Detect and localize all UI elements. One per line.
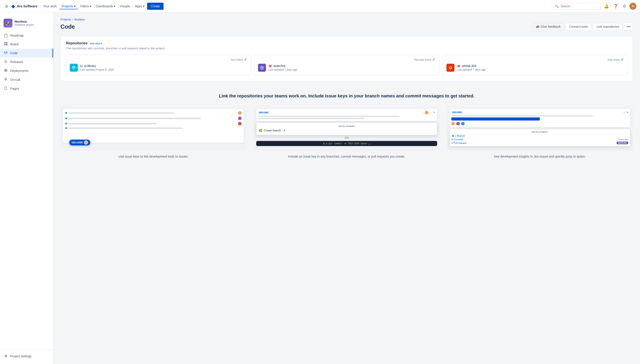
repo-card-ui-library[interactable]: Auto linked 🔗 ⊡ u bbox=[66, 54, 251, 76]
notifications-button[interactable]: 🔔 bbox=[603, 2, 610, 10]
svg-rect-3 bbox=[6, 44, 7, 45]
more-options-button[interactable]: ••• bbox=[624, 23, 633, 30]
repo-card-orbital-303[interactable]: Auto linked 🔗 🐙 bbox=[443, 54, 627, 76]
nav-projects[interactable]: Projects ▾ bbox=[60, 3, 78, 9]
user-avatar[interactable]: A bbox=[629, 3, 636, 10]
breadcrumb: Projects / Nucleus bbox=[60, 18, 633, 21]
issue-id-label: DEV-2095 bbox=[258, 111, 269, 114]
nav-people[interactable]: People bbox=[118, 3, 132, 9]
top-navigation: ⊞ ◆ Jira Software Your work Projects ▾ F… bbox=[0, 0, 640, 12]
nav-your-work[interactable]: Your work bbox=[41, 3, 59, 9]
grid-menu-icon[interactable]: ⊞ bbox=[4, 2, 10, 10]
repositories-card: Repositories see less ▾ The repositories… bbox=[60, 36, 633, 81]
link-icon: 🔗 bbox=[432, 58, 435, 61]
commits-count: 9 Commits bbox=[452, 138, 463, 141]
app-logo[interactable]: ◆ Jira Software bbox=[11, 3, 37, 9]
help-button[interactable]: ❓ bbox=[612, 2, 619, 10]
repo-name: 🐙 orbital-303 bbox=[457, 64, 486, 68]
page-actions: 📣 Give feedback Connect tools Link repos… bbox=[532, 23, 633, 30]
svg-rect-0 bbox=[4, 42, 6, 44]
commits-time: 2 mins ago bbox=[617, 138, 628, 141]
git-command: $ git commit -m "DEV-2095 Updat bbox=[326, 142, 367, 145]
project-info: Nucleus Software project bbox=[15, 20, 34, 26]
promo-card-use-issue-keys: DEV-2095 Use issue keys to link developm… bbox=[60, 106, 247, 159]
breadcrumb-projects[interactable]: Projects bbox=[60, 18, 71, 21]
project-icon: 🚀 bbox=[4, 19, 13, 28]
nav-filters[interactable]: Filters ▾ bbox=[78, 3, 94, 9]
repos-grid: Auto linked 🔗 ⊡ u bbox=[66, 54, 627, 76]
promo-desc-1: Use issue keys to link development tools… bbox=[60, 154, 247, 159]
repo-updated: Last updated 7 days ago bbox=[457, 68, 486, 71]
sidebar-item-label: Roadmap bbox=[10, 34, 24, 37]
repo-info: ⊡ ui-library Last updated August 9, 2020 bbox=[80, 64, 114, 71]
create-button[interactable]: Create bbox=[147, 3, 163, 10]
repo-card-header: Manually linked 🔗 bbox=[258, 58, 435, 61]
promo-card-include-issue-key: DEV-2095 ··· ✕ DEVELOPMENT bbox=[254, 106, 440, 159]
repos-title: Repositories bbox=[66, 41, 88, 45]
repo-icon-orbital bbox=[447, 64, 455, 72]
repo-info: 🐙 orbital-303 Last updated 7 days ago bbox=[457, 64, 486, 71]
sidebar-item-board[interactable]: Board bbox=[0, 40, 53, 48]
sidebar-item-project-settings[interactable]: ⚙ Project settings bbox=[0, 352, 53, 360]
manually-linked-badge: Manually linked 🔗 bbox=[414, 58, 435, 61]
repo-name: ⊡ ui-library bbox=[80, 64, 114, 68]
promo-desc-3: See development insights in Jira issues … bbox=[447, 154, 633, 159]
sidebar-item-deployments[interactable]: Deployments bbox=[0, 66, 53, 75]
repo-source-icon: ⊡ bbox=[80, 64, 83, 68]
sidebar-item-label: Project settings bbox=[10, 354, 32, 358]
roadmap-icon: 📋 bbox=[4, 33, 8, 38]
repos-subtitle: The repositories with commits, branches … bbox=[66, 46, 627, 50]
promo-illustration-2: DEV-2095 ··· ✕ DEVELOPMENT bbox=[254, 106, 440, 151]
sidebar-item-label: On-call bbox=[10, 78, 20, 82]
see-less-chevron-icon: ▾ bbox=[101, 42, 102, 44]
issue-id-chip: DEV-2095 bbox=[72, 141, 83, 144]
svg-rect-2 bbox=[4, 44, 6, 45]
see-less-button[interactable]: see less ▾ bbox=[90, 42, 102, 45]
settings-icon: ⚙ bbox=[4, 354, 8, 358]
logo-icon: ◆ bbox=[11, 3, 15, 9]
repo-card-header: Auto linked 🔗 bbox=[447, 58, 623, 61]
give-feedback-button[interactable]: 📣 Give feedback bbox=[532, 23, 564, 30]
dashboards-chevron-icon: ▾ bbox=[114, 4, 115, 8]
sidebar-item-releases[interactable]: Releases bbox=[0, 58, 53, 66]
or-label: OR bbox=[256, 136, 437, 140]
sidebar-item-pages[interactable]: Pages bbox=[0, 84, 53, 93]
repo-card-header: Auto linked 🔗 bbox=[70, 58, 247, 61]
breadcrumb-separator: / bbox=[72, 18, 73, 21]
link-repositories-button[interactable]: Link repositories bbox=[593, 23, 622, 30]
avatar-initials: A bbox=[632, 4, 634, 8]
releases-icon bbox=[4, 60, 8, 64]
pr-count: 1 Pull request bbox=[452, 142, 467, 144]
on-call-icon bbox=[4, 78, 8, 82]
main-content: Projects / Nucleus Code 📣 Give feedback … bbox=[53, 12, 640, 364]
dev-section-label: DEVELOPMENT bbox=[259, 125, 435, 128]
apps-chevron-icon: ▾ bbox=[143, 4, 144, 8]
promo-card-dev-insights: DEV-2095 ··· ✕ bbox=[447, 106, 633, 159]
github-icon: 🐙 bbox=[457, 64, 461, 68]
breadcrumb-nucleus[interactable]: Nucleus bbox=[74, 18, 85, 21]
repo-icon-ui-library bbox=[70, 64, 78, 72]
search-icon: 🔍 bbox=[555, 4, 559, 8]
repo-card-body: 🐙 autechre Last updated 2 days ago bbox=[258, 64, 435, 72]
nav-dashboards[interactable]: Dashboards ▾ bbox=[94, 3, 118, 9]
nav-apps[interactable]: Apps ▾ bbox=[133, 3, 147, 9]
filters-chevron-icon: ▾ bbox=[90, 4, 91, 8]
github-icon: 🐙 bbox=[268, 64, 272, 68]
sidebar-item-roadmap[interactable]: 📋 Roadmap bbox=[0, 31, 53, 40]
topnav-right-actions: 🔍 Search 🔔 ❓ ⚙ A bbox=[552, 2, 636, 10]
sidebar: 🚀 Nucleus Software project 📋 Roadmap Boa… bbox=[0, 12, 53, 364]
repo-card-autechre[interactable]: Manually linked 🔗 bbox=[254, 54, 439, 76]
sidebar-item-code[interactable]: Code bbox=[0, 48, 53, 58]
repo-card-body: 🐙 orbital-303 Last updated 7 days ago bbox=[447, 64, 623, 72]
page-header: Code 📣 Give feedback Connect tools Link … bbox=[60, 23, 633, 30]
projects-chevron-icon: ▾ bbox=[74, 4, 76, 8]
sidebar-item-on-call[interactable]: On-call bbox=[0, 75, 53, 84]
connect-tools-button[interactable]: Connect tools bbox=[566, 23, 591, 30]
repos-header: Repositories see less ▾ bbox=[66, 41, 627, 45]
branch-count: 1 Branch bbox=[455, 134, 465, 137]
settings-button[interactable]: ⚙ bbox=[621, 2, 627, 10]
sidebar-item-label: Board bbox=[10, 42, 19, 46]
code-icon bbox=[4, 51, 8, 55]
svg-point-4 bbox=[261, 67, 263, 68]
search-box[interactable]: 🔍 Search bbox=[552, 3, 601, 10]
